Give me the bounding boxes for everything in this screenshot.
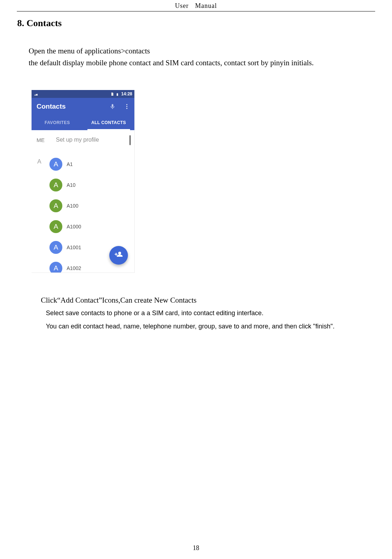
- tabs: FAVORITES ALL CONTACTS: [32, 115, 134, 130]
- contact-name: A100: [67, 203, 78, 209]
- avatar: A: [49, 262, 62, 273]
- phone-screenshot: 14:28 Contacts FAVORITES ALL CONTACTS ME…: [32, 90, 135, 273]
- section-title: 8. Contacts: [17, 18, 392, 29]
- contact-name: A1000: [67, 224, 81, 229]
- contact-name: A1002: [67, 265, 81, 271]
- avatar: A: [49, 158, 62, 171]
- set-up-profile: Set up my profile: [56, 137, 99, 143]
- list-item[interactable]: A A1: [49, 154, 134, 175]
- header-right: Manual: [195, 2, 217, 9]
- section-letter: A: [37, 158, 41, 165]
- network-icon: [34, 92, 38, 96]
- svg-point-0: [126, 104, 128, 105]
- overflow-menu-icon[interactable]: [124, 103, 130, 110]
- me-label: ME: [37, 137, 47, 143]
- tab-all-contacts-label: ALL CONTACTS: [91, 120, 126, 125]
- avatar: A: [49, 199, 62, 212]
- status-time: 14:28: [121, 91, 132, 96]
- add-contact-button[interactable]: [109, 246, 128, 265]
- list-item[interactable]: A A1000: [49, 216, 134, 237]
- page-number: 18: [0, 544, 392, 552]
- avatar: A: [49, 241, 62, 254]
- contacts-list[interactable]: ME Set up my profile A A A1 A A10 A A100…: [32, 130, 134, 273]
- tab-favorites-label: FAVORITES: [44, 120, 70, 125]
- tab-all-contacts[interactable]: ALL CONTACTS: [83, 115, 135, 130]
- list-item[interactable]: A A10: [49, 175, 134, 195]
- intro-line-1: Open the menu of applications>contacts: [29, 45, 392, 57]
- tab-favorites[interactable]: FAVORITES: [32, 115, 83, 130]
- scroll-indicator[interactable]: [129, 135, 131, 145]
- avatar: A: [49, 179, 62, 191]
- page-header: UserManual: [17, 0, 375, 11]
- svg-point-2: [126, 108, 128, 109]
- intro-line-2: the default display mobile phone contact…: [29, 57, 392, 69]
- svg-point-1: [126, 106, 128, 107]
- instruction-line-3: You can edit contact head, name, telepho…: [46, 322, 392, 331]
- instruction-line-2: Select save contacts to phone or a a SIM…: [46, 308, 392, 318]
- status-bar: 14:28: [32, 90, 134, 98]
- app-title-bar: Contacts: [32, 98, 134, 115]
- contact-name: A1001: [67, 245, 81, 250]
- app-title: Contacts: [37, 103, 66, 110]
- add-person-icon: [114, 250, 123, 260]
- me-row[interactable]: ME Set up my profile: [32, 130, 134, 147]
- header-left: User: [175, 2, 189, 9]
- contact-name: A10: [67, 182, 76, 188]
- avatar: A: [49, 220, 62, 233]
- sim-icon: [110, 92, 114, 96]
- instruction-line-1: Click“Add Contact”Icons,Can create New C…: [41, 296, 392, 305]
- contact-name: A1: [67, 161, 73, 167]
- list-item[interactable]: A A100: [49, 195, 134, 216]
- battery-icon: [116, 92, 120, 96]
- voice-search-icon[interactable]: [109, 103, 116, 110]
- intro-paragraph: Open the menu of applications>contacts t…: [29, 45, 392, 68]
